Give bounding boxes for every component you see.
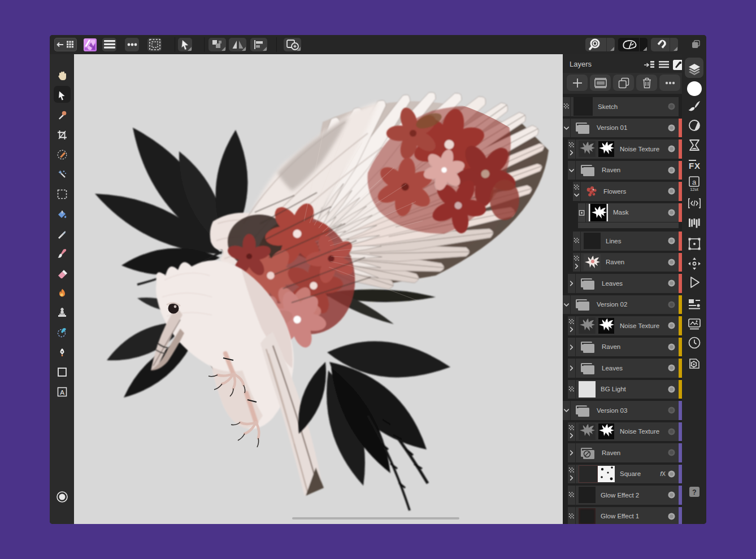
svg-text:12pt: 12pt [690, 187, 699, 191]
svg-text:F: F [689, 161, 694, 171]
svg-text:X: X [694, 161, 700, 171]
svg-text:A: A [60, 389, 64, 396]
svg-text:a: a [692, 178, 696, 186]
svg-text:?: ? [692, 488, 696, 496]
